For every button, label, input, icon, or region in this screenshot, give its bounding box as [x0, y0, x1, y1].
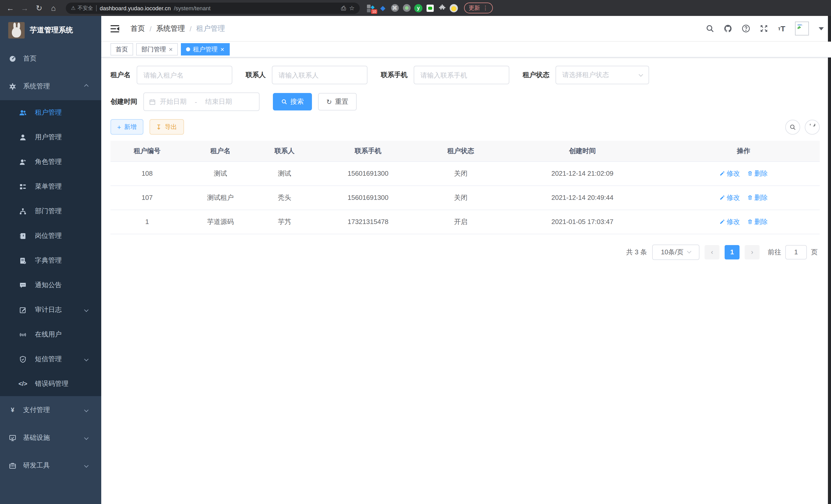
puzzle-icon[interactable]	[438, 4, 446, 12]
page-size-select[interactable]: 10条/页	[652, 244, 699, 260]
main-content: 租户名 联系人 联系手机 租户状态 请选择租户状态	[101, 58, 831, 504]
breadcrumb-separator: /	[149, 24, 152, 33]
prev-page-button[interactable]: ‹	[705, 245, 719, 259]
column-header-联系手机: 联系手机	[312, 141, 424, 161]
logo[interactable]: 芋道管理系统	[0, 16, 101, 45]
sidebar-item-错误码管理[interactable]: </>错误码管理	[0, 372, 101, 396]
sidebar-item-菜单管理[interactable]: 菜单管理	[0, 174, 101, 199]
sidebar-item-研发工具[interactable]: 研发工具	[0, 452, 101, 479]
font-size-icon[interactable]: тT	[777, 24, 786, 33]
balloon-icon[interactable]: ◆	[379, 4, 387, 12]
sidebar-item-部门管理[interactable]: 部门管理	[0, 199, 101, 224]
breadcrumb-item-租户管理: 租户管理	[196, 24, 225, 33]
warning-icon: ⚠	[71, 5, 76, 11]
sidebar-item-label: 首页	[23, 54, 36, 63]
browser-update-button[interactable]: 更新 ⋮	[464, 3, 493, 13]
sidebar-item-租户管理[interactable]: 租户管理	[0, 100, 101, 125]
add-button[interactable]: + 新增	[111, 119, 143, 135]
pagination-total: 共 3 条	[626, 247, 647, 257]
table-header-row: 租户编号租户名联系人联系手机租户状态创建时间操作	[111, 141, 820, 161]
cell-id: 1	[111, 210, 184, 234]
reset-button[interactable]: ↻ 重置	[318, 93, 357, 111]
search-icon[interactable]	[705, 24, 714, 33]
delete-button[interactable]: 删除	[747, 217, 768, 226]
sidebar-item-基础设施[interactable]: 基础设施	[0, 424, 101, 452]
cell-status: 关闭	[424, 185, 497, 210]
next-page-button[interactable]: ›	[745, 245, 760, 259]
browser-menu-icon[interactable]: ⋮	[483, 5, 488, 11]
browser-home-icon[interactable]: ⌂	[47, 2, 60, 14]
export-button[interactable]: ↧ 导出	[149, 119, 184, 135]
record-icon[interactable]	[402, 4, 411, 12]
date-range-picker[interactable]: 开始日期 - 结束日期	[143, 92, 260, 111]
breadcrumb-item-系统管理[interactable]: 系统管理	[156, 24, 185, 33]
close-icon[interactable]: ✕	[220, 47, 225, 52]
avatar-dropdown-icon[interactable]	[819, 27, 824, 30]
extension-badge-icon[interactable]: ◆10	[367, 4, 375, 12]
refresh-button[interactable]	[805, 119, 820, 135]
date-end-placeholder[interactable]: 结束日期	[205, 97, 232, 106]
contact-input[interactable]	[272, 66, 368, 84]
sidebar-item-用户管理[interactable]: 用户管理	[0, 125, 101, 149]
browser-reload-icon[interactable]: ↻	[33, 2, 45, 14]
sidebar-collapse-icon[interactable]	[111, 25, 119, 32]
sidebar-item-系统管理[interactable]: 系统管理	[0, 72, 101, 100]
table-row: 108测试测试15601691300关闭2021-12-14 21:02:09修…	[111, 161, 820, 185]
sidebar-item-label: 角色管理	[35, 157, 62, 167]
tab-部门管理[interactable]: 部门管理✕	[136, 43, 178, 56]
cell-name: 测试租户	[184, 185, 257, 210]
mobile-input[interactable]	[414, 66, 509, 84]
sidebar-item-label: 研发工具	[23, 461, 50, 470]
delete-button[interactable]: 删除	[747, 193, 768, 202]
show-search-button[interactable]	[785, 119, 800, 135]
sidebar-item-label: 租户管理	[35, 108, 62, 117]
search-button[interactable]: 搜索	[273, 93, 312, 111]
browser-back-icon[interactable]: ←	[4, 2, 17, 14]
sidebar-item-角色管理[interactable]: 角色管理	[0, 149, 101, 174]
edit-button[interactable]: 修改	[719, 169, 740, 178]
edit-button[interactable]: 修改	[719, 217, 740, 226]
sidebar-item-通知公告[interactable]: 通知公告	[0, 273, 101, 297]
y-extension-icon[interactable]: y	[414, 4, 423, 12]
chevron-down-icon	[84, 464, 89, 468]
sidebar-item-字典管理[interactable]: 字典管理	[0, 248, 101, 273]
profile-avatar-icon[interactable]	[450, 4, 458, 12]
navbar-actions: тT	[705, 22, 824, 35]
date-start-placeholder[interactable]: 开始日期	[160, 97, 187, 106]
address-bar[interactable]: ⚠不安全 dashboard.yudao.iocoder.cn/system/t…	[66, 2, 360, 13]
tab-租户管理[interactable]: 租户管理✕	[181, 43, 230, 56]
security-warning[interactable]: ⚠不安全	[71, 4, 93, 11]
sidebar-item-短信管理[interactable]: 短信管理	[0, 347, 101, 372]
error-code-icon: </>	[19, 380, 27, 388]
edit-button[interactable]: 修改	[719, 193, 740, 202]
sidebar-item-支付管理[interactable]: ¥支付管理	[0, 396, 101, 424]
github-icon[interactable]	[723, 24, 732, 33]
goto-page-input[interactable]	[785, 245, 807, 259]
sidebar-item-审计日志[interactable]: 审计日志	[0, 297, 101, 322]
help-icon[interactable]	[741, 24, 750, 33]
delete-button[interactable]: 删除	[747, 169, 768, 178]
tags-view: 首页部门管理✕租户管理✕	[101, 41, 831, 58]
user-avatar[interactable]	[795, 22, 809, 35]
browser-scrollbar[interactable]	[828, 16, 831, 504]
page-suffix: 页	[811, 247, 818, 257]
sidebar-item-岗位管理[interactable]: 岗位管理	[0, 224, 101, 248]
breadcrumb-item-首页[interactable]: 首页	[131, 24, 145, 33]
page-number-1[interactable]: 1	[725, 245, 740, 259]
browser-forward-icon[interactable]: →	[19, 2, 31, 14]
sidebar-item-label: 基础设施	[23, 433, 50, 442]
sidebar-item-在线用户[interactable]: 在线用户	[0, 322, 101, 347]
command-icon[interactable]: ⌘	[391, 4, 399, 12]
chat-extension-icon[interactable]	[426, 4, 434, 12]
bookmark-star-icon[interactable]: ☆	[349, 4, 354, 11]
sidebar-item-label: 岗位管理	[35, 231, 62, 240]
tenant-name-input[interactable]	[137, 66, 232, 84]
share-icon[interactable]: ⎙	[341, 4, 346, 11]
close-icon[interactable]: ✕	[169, 47, 173, 52]
fullscreen-icon[interactable]	[759, 24, 768, 33]
cell-created: 2021-01-05 17:03:47	[497, 210, 667, 234]
sidebar-item-首页[interactable]: 首页	[0, 45, 101, 72]
cell-name: 芋道源码	[184, 210, 257, 234]
status-select[interactable]: 请选择租户状态	[555, 66, 649, 84]
tab-首页[interactable]: 首页	[111, 43, 133, 56]
